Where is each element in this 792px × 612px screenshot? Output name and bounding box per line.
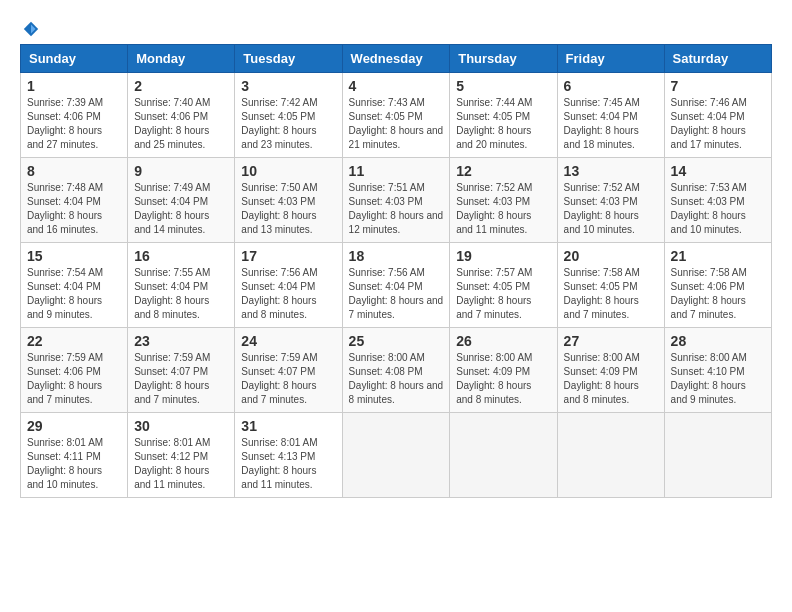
day-content: Sunrise: 7:52 AMSunset: 4:03 PMDaylight:… bbox=[456, 181, 550, 237]
header-friday: Friday bbox=[557, 45, 664, 73]
header-monday: Monday bbox=[128, 45, 235, 73]
calendar-cell: 6Sunrise: 7:45 AMSunset: 4:04 PMDaylight… bbox=[557, 73, 664, 158]
calendar-cell: 24Sunrise: 7:59 AMSunset: 4:07 PMDayligh… bbox=[235, 328, 342, 413]
day-content: Sunrise: 7:56 AMSunset: 4:04 PMDaylight:… bbox=[241, 266, 335, 322]
day-number: 22 bbox=[27, 333, 121, 349]
day-number: 21 bbox=[671, 248, 765, 264]
day-content: Sunrise: 7:44 AMSunset: 4:05 PMDaylight:… bbox=[456, 96, 550, 152]
day-content: Sunrise: 8:00 AMSunset: 4:10 PMDaylight:… bbox=[671, 351, 765, 407]
day-number: 27 bbox=[564, 333, 658, 349]
header-wednesday: Wednesday bbox=[342, 45, 450, 73]
day-content: Sunrise: 7:54 AMSunset: 4:04 PMDaylight:… bbox=[27, 266, 121, 322]
calendar-cell: 4Sunrise: 7:43 AMSunset: 4:05 PMDaylight… bbox=[342, 73, 450, 158]
calendar-cell: 7Sunrise: 7:46 AMSunset: 4:04 PMDaylight… bbox=[664, 73, 771, 158]
day-content: Sunrise: 7:59 AMSunset: 4:07 PMDaylight:… bbox=[241, 351, 335, 407]
day-number: 24 bbox=[241, 333, 335, 349]
logo-icon bbox=[22, 20, 40, 38]
calendar-cell: 12Sunrise: 7:52 AMSunset: 4:03 PMDayligh… bbox=[450, 158, 557, 243]
day-number: 29 bbox=[27, 418, 121, 434]
day-number: 12 bbox=[456, 163, 550, 179]
calendar-cell: 3Sunrise: 7:42 AMSunset: 4:05 PMDaylight… bbox=[235, 73, 342, 158]
header-tuesday: Tuesday bbox=[235, 45, 342, 73]
day-number: 2 bbox=[134, 78, 228, 94]
day-number: 9 bbox=[134, 163, 228, 179]
logo-text bbox=[20, 20, 40, 38]
day-content: Sunrise: 7:56 AMSunset: 4:04 PMDaylight:… bbox=[349, 266, 444, 322]
day-content: Sunrise: 8:00 AMSunset: 4:09 PMDaylight:… bbox=[456, 351, 550, 407]
calendar-cell bbox=[664, 413, 771, 498]
day-content: Sunrise: 7:57 AMSunset: 4:05 PMDaylight:… bbox=[456, 266, 550, 322]
day-content: Sunrise: 7:48 AMSunset: 4:04 PMDaylight:… bbox=[27, 181, 121, 237]
day-number: 1 bbox=[27, 78, 121, 94]
day-content: Sunrise: 8:00 AMSunset: 4:08 PMDaylight:… bbox=[349, 351, 444, 407]
day-number: 3 bbox=[241, 78, 335, 94]
calendar-cell: 26Sunrise: 8:00 AMSunset: 4:09 PMDayligh… bbox=[450, 328, 557, 413]
calendar-cell: 21Sunrise: 7:58 AMSunset: 4:06 PMDayligh… bbox=[664, 243, 771, 328]
day-content: Sunrise: 7:59 AMSunset: 4:06 PMDaylight:… bbox=[27, 351, 121, 407]
calendar-cell bbox=[342, 413, 450, 498]
calendar-cell: 18Sunrise: 7:56 AMSunset: 4:04 PMDayligh… bbox=[342, 243, 450, 328]
day-content: Sunrise: 7:40 AMSunset: 4:06 PMDaylight:… bbox=[134, 96, 228, 152]
day-content: Sunrise: 7:51 AMSunset: 4:03 PMDaylight:… bbox=[349, 181, 444, 237]
day-number: 26 bbox=[456, 333, 550, 349]
week-row-5: 29Sunrise: 8:01 AMSunset: 4:11 PMDayligh… bbox=[21, 413, 772, 498]
day-number: 28 bbox=[671, 333, 765, 349]
calendar-cell: 15Sunrise: 7:54 AMSunset: 4:04 PMDayligh… bbox=[21, 243, 128, 328]
day-content: Sunrise: 7:42 AMSunset: 4:05 PMDaylight:… bbox=[241, 96, 335, 152]
day-number: 15 bbox=[27, 248, 121, 264]
day-number: 31 bbox=[241, 418, 335, 434]
calendar-cell bbox=[450, 413, 557, 498]
day-content: Sunrise: 7:55 AMSunset: 4:04 PMDaylight:… bbox=[134, 266, 228, 322]
calendar-cell: 13Sunrise: 7:52 AMSunset: 4:03 PMDayligh… bbox=[557, 158, 664, 243]
day-content: Sunrise: 7:59 AMSunset: 4:07 PMDaylight:… bbox=[134, 351, 228, 407]
calendar-cell: 11Sunrise: 7:51 AMSunset: 4:03 PMDayligh… bbox=[342, 158, 450, 243]
day-number: 4 bbox=[349, 78, 444, 94]
day-content: Sunrise: 7:45 AMSunset: 4:04 PMDaylight:… bbox=[564, 96, 658, 152]
calendar-cell: 23Sunrise: 7:59 AMSunset: 4:07 PMDayligh… bbox=[128, 328, 235, 413]
day-number: 17 bbox=[241, 248, 335, 264]
calendar-cell: 8Sunrise: 7:48 AMSunset: 4:04 PMDaylight… bbox=[21, 158, 128, 243]
day-content: Sunrise: 7:39 AMSunset: 4:06 PMDaylight:… bbox=[27, 96, 121, 152]
calendar-cell: 17Sunrise: 7:56 AMSunset: 4:04 PMDayligh… bbox=[235, 243, 342, 328]
calendar-cell: 19Sunrise: 7:57 AMSunset: 4:05 PMDayligh… bbox=[450, 243, 557, 328]
day-number: 23 bbox=[134, 333, 228, 349]
day-content: Sunrise: 8:00 AMSunset: 4:09 PMDaylight:… bbox=[564, 351, 658, 407]
day-number: 16 bbox=[134, 248, 228, 264]
calendar-cell: 5Sunrise: 7:44 AMSunset: 4:05 PMDaylight… bbox=[450, 73, 557, 158]
day-content: Sunrise: 7:49 AMSunset: 4:04 PMDaylight:… bbox=[134, 181, 228, 237]
page-container: SundayMondayTuesdayWednesdayThursdayFrid… bbox=[20, 20, 772, 498]
calendar-cell: 28Sunrise: 8:00 AMSunset: 4:10 PMDayligh… bbox=[664, 328, 771, 413]
day-content: Sunrise: 8:01 AMSunset: 4:13 PMDaylight:… bbox=[241, 436, 335, 492]
week-row-1: 1Sunrise: 7:39 AMSunset: 4:06 PMDaylight… bbox=[21, 73, 772, 158]
header-sunday: Sunday bbox=[21, 45, 128, 73]
calendar-table: SundayMondayTuesdayWednesdayThursdayFrid… bbox=[20, 44, 772, 498]
day-content: Sunrise: 7:50 AMSunset: 4:03 PMDaylight:… bbox=[241, 181, 335, 237]
calendar-cell: 27Sunrise: 8:00 AMSunset: 4:09 PMDayligh… bbox=[557, 328, 664, 413]
day-number: 8 bbox=[27, 163, 121, 179]
day-number: 20 bbox=[564, 248, 658, 264]
calendar-cell: 2Sunrise: 7:40 AMSunset: 4:06 PMDaylight… bbox=[128, 73, 235, 158]
calendar-cell: 25Sunrise: 8:00 AMSunset: 4:08 PMDayligh… bbox=[342, 328, 450, 413]
day-number: 13 bbox=[564, 163, 658, 179]
day-number: 19 bbox=[456, 248, 550, 264]
logo bbox=[20, 20, 40, 34]
day-number: 6 bbox=[564, 78, 658, 94]
day-content: Sunrise: 8:01 AMSunset: 4:11 PMDaylight:… bbox=[27, 436, 121, 492]
calendar-cell: 9Sunrise: 7:49 AMSunset: 4:04 PMDaylight… bbox=[128, 158, 235, 243]
day-number: 7 bbox=[671, 78, 765, 94]
header-thursday: Thursday bbox=[450, 45, 557, 73]
calendar-cell: 31Sunrise: 8:01 AMSunset: 4:13 PMDayligh… bbox=[235, 413, 342, 498]
week-row-3: 15Sunrise: 7:54 AMSunset: 4:04 PMDayligh… bbox=[21, 243, 772, 328]
day-number: 5 bbox=[456, 78, 550, 94]
day-content: Sunrise: 7:43 AMSunset: 4:05 PMDaylight:… bbox=[349, 96, 444, 152]
calendar-cell: 22Sunrise: 7:59 AMSunset: 4:06 PMDayligh… bbox=[21, 328, 128, 413]
calendar-cell: 14Sunrise: 7:53 AMSunset: 4:03 PMDayligh… bbox=[664, 158, 771, 243]
day-number: 18 bbox=[349, 248, 444, 264]
day-number: 14 bbox=[671, 163, 765, 179]
calendar-header-row: SundayMondayTuesdayWednesdayThursdayFrid… bbox=[21, 45, 772, 73]
calendar-cell: 30Sunrise: 8:01 AMSunset: 4:12 PMDayligh… bbox=[128, 413, 235, 498]
day-number: 25 bbox=[349, 333, 444, 349]
calendar-cell: 20Sunrise: 7:58 AMSunset: 4:05 PMDayligh… bbox=[557, 243, 664, 328]
calendar-cell: 10Sunrise: 7:50 AMSunset: 4:03 PMDayligh… bbox=[235, 158, 342, 243]
day-content: Sunrise: 7:52 AMSunset: 4:03 PMDaylight:… bbox=[564, 181, 658, 237]
